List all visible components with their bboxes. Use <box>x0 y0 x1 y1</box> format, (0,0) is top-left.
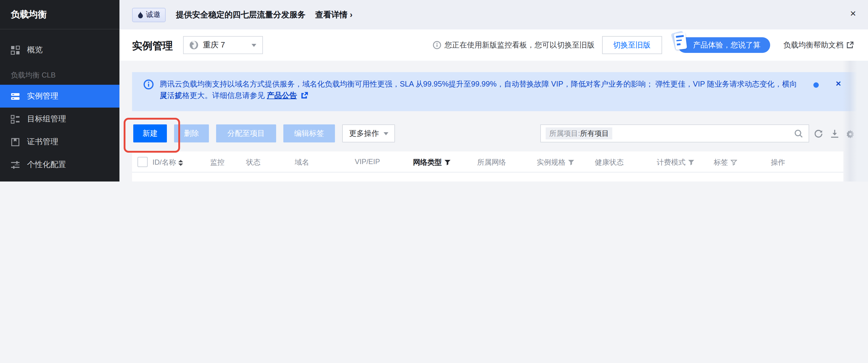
feedback-pill-label: 产品体验，您说了算 <box>693 41 761 49</box>
survey-paper-icon <box>674 32 687 50</box>
external-link-icon <box>846 41 854 49</box>
region-selector[interactable]: 重庆 7 <box>183 36 263 54</box>
delete-button[interactable]: 删除 <box>174 124 209 142</box>
right-rail <box>843 61 868 182</box>
column-header-id-name[interactable]: ID/名称 <box>152 158 183 168</box>
create-button[interactable]: 新建 <box>133 124 167 142</box>
select-all-checkbox[interactable] <box>137 157 148 167</box>
chevron-right-icon: › <box>350 10 353 19</box>
filter-funnel-icon[interactable] <box>568 159 575 166</box>
target-group-icon <box>11 114 20 123</box>
filter-funnel-icon[interactable] <box>444 159 451 166</box>
column-header-network: 所属网络 <box>477 158 506 168</box>
edit-tags-button[interactable]: 编辑标签 <box>283 124 335 142</box>
external-link-icon <box>301 91 309 99</box>
sidebar-item-label: 目标组管理 <box>27 114 66 124</box>
carousel-dot[interactable] <box>813 82 819 88</box>
sidebar: 负载均衡 概览 负载均衡 CLB 实例管理 目标组管理 证书管理 <box>0 0 120 182</box>
project-filter-chip[interactable]: 所属项目:所有项目 <box>546 128 613 139</box>
info-icon <box>144 79 154 89</box>
caret-down-icon <box>383 132 388 135</box>
flame-icon <box>137 11 144 18</box>
search-input[interactable]: 所属项目:所有项目 <box>540 124 809 142</box>
view-details-link[interactable]: 查看详情 › <box>315 9 353 20</box>
column-header-actions: 操作 <box>771 158 785 168</box>
switch-to-old-button[interactable]: 切换至旧版 <box>602 36 662 54</box>
instance-icon <box>11 92 20 101</box>
column-header-spec[interactable]: 实例规格 <box>537 158 575 168</box>
caret-down-icon <box>251 44 256 47</box>
sliders-icon <box>11 160 20 169</box>
column-header-vip: VIP/EIP <box>355 158 380 166</box>
overview-grid-icon <box>11 45 20 54</box>
search-icon[interactable] <box>794 129 803 138</box>
region-value: 重庆 7 <box>203 40 225 51</box>
more-actions-button[interactable]: 更多操作 <box>342 124 395 142</box>
product-announcement-link[interactable]: 产品公告 <box>267 91 297 100</box>
column-header-status: 状态 <box>246 158 260 168</box>
column-header-health: 健康状态 <box>595 158 624 168</box>
refresh-icon[interactable] <box>814 129 823 138</box>
invite-badge-label: 诚邀 <box>146 10 160 20</box>
sidebar-item-label: 个性化配置 <box>27 159 66 170</box>
column-header-network-type[interactable]: 网络类型 <box>413 158 451 168</box>
announcement-line2: 展，规格更大。详细信息请参见 产品公告 <box>160 90 804 102</box>
top-promo-banner: 诚邀 提供安全稳定的四七层流量分发服务 查看详情 › × <box>120 0 868 29</box>
page-title: 实例管理 <box>132 39 173 53</box>
sidebar-item-label: 概览 <box>27 45 42 55</box>
sidebar-item-label: 实例管理 <box>27 91 58 102</box>
filter-funnel-icon[interactable] <box>688 159 694 166</box>
certificate-icon <box>11 137 20 146</box>
assign-project-button[interactable]: 分配至项目 <box>216 124 276 142</box>
sidebar-section-clb: 负载均衡 CLB <box>0 65 120 85</box>
notice-close-icon[interactable]: × <box>836 78 841 88</box>
info-icon <box>433 41 441 49</box>
promo-title: 提供安全稳定的四七层流量分发服务 <box>176 9 306 20</box>
filter-funnel-outline-icon[interactable] <box>731 159 737 166</box>
globe-icon <box>189 40 199 50</box>
page-header: 实例管理 重庆 7 您正在使用新版监控看板，您可以切换至旧版 切换至旧版 产品体… <box>120 29 868 61</box>
table-header-row: ID/名称 监控 状态 域名 VIP/EIP 网络类型 所属网络 实例规格 健康… <box>132 151 843 172</box>
instance-table: ID/名称 监控 状态 域名 VIP/EIP 网络类型 所属网络 实例规格 健康… <box>132 151 843 182</box>
column-header-domain: 域名 <box>295 158 309 168</box>
banner-close-icon[interactable]: × <box>850 8 856 20</box>
sidebar-item-custom-config[interactable]: 个性化配置 <box>0 153 120 176</box>
sidebar-item-instance-mgmt[interactable]: 实例管理 <box>0 85 120 108</box>
column-header-billing[interactable]: 计费模式 <box>657 158 694 168</box>
help-doc-link[interactable]: 负载均衡帮助文档 <box>783 40 854 50</box>
sidebar-item-overview[interactable]: 概览 <box>0 38 120 61</box>
sidebar-item-certificates[interactable]: 证书管理 <box>0 131 120 153</box>
column-header-tags[interactable]: 标签 <box>714 158 737 168</box>
sidebar-item-label: 证书管理 <box>27 136 58 147</box>
download-icon[interactable] <box>830 129 839 138</box>
invite-badge: 诚邀 <box>132 7 166 22</box>
column-header-monitor: 监控 <box>210 158 224 168</box>
sort-icon[interactable] <box>179 160 183 166</box>
feedback-pill[interactable]: 产品体验，您说了算 <box>677 37 770 53</box>
announcement-banner: 腾讯云负载均衡支持以域名方式提供服务，域名化负载均衡可用性更强，SLA 从99.… <box>132 72 861 111</box>
sidebar-title: 负载均衡 <box>0 0 120 29</box>
clb-console-page: 负载均衡 概览 负载均衡 CLB 实例管理 目标组管理 证书管理 <box>0 0 868 182</box>
sidebar-item-target-group[interactable]: 目标组管理 <box>0 108 120 131</box>
sidebar-item-log-mgmt[interactable]: 日志管理 <box>0 176 120 182</box>
monitor-notice: 您正在使用新版监控看板，您可以切换至旧版 <box>433 40 595 50</box>
